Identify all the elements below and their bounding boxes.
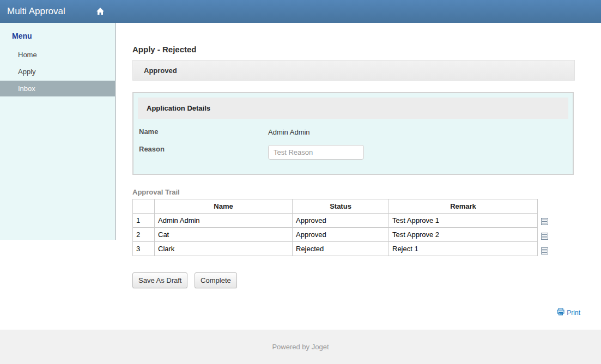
page-title: Apply - Rejected (132, 45, 575, 54)
table-row: 3 Clark Rejected Reject 1 (133, 242, 538, 256)
row-detail-icon[interactable] (541, 214, 548, 229)
row-remark-cell: Test Approve 2 (389, 228, 538, 242)
col-header-status: Status (293, 199, 389, 214)
approval-trail: Name Status Remark 1 Admin Admin Approve… (132, 199, 575, 258)
main-content: Apply - Rejected Approved Application De… (132, 23, 575, 317)
row-name-cell: Cat (155, 228, 293, 242)
approval-trail-table: Name Status Remark 1 Admin Admin Approve… (132, 199, 538, 256)
col-header-num (133, 199, 155, 214)
row-status-cell: Approved (293, 214, 389, 228)
row-status-cell: Rejected (293, 242, 389, 256)
menu-title: Menu (0, 23, 115, 47)
section-title: Application Details (138, 98, 568, 119)
sidebar-item-inbox[interactable]: Inbox (0, 81, 115, 96)
row-name-cell: Admin Admin (155, 214, 293, 228)
application-details-panel: Application Details Name Admin Admin Rea… (132, 92, 574, 175)
row-name-cell: Clark (155, 242, 293, 256)
table-header-row: Name Status Remark (133, 199, 538, 214)
print-link[interactable]: Print (557, 308, 580, 317)
complete-button[interactable]: Complete (195, 272, 237, 288)
row-num-cell: 2 (133, 228, 155, 242)
row-detail-icon[interactable] (541, 244, 548, 258)
print-row: Print (132, 308, 580, 317)
sidebar-item-apply[interactable]: Apply (0, 64, 115, 80)
home-icon[interactable] (96, 7, 105, 17)
row-num-cell: 3 (133, 242, 155, 256)
footer-text: Powered by Joget (272, 343, 329, 351)
app-title: Multi Approval (0, 0, 65, 23)
table-row: 1 Admin Admin Approved Test Approve 1 (133, 214, 538, 228)
col-header-name: Name (155, 199, 293, 214)
sidebar: Menu Home Apply Inbox (0, 23, 116, 240)
page-footer: Powered by Joget (0, 330, 601, 364)
col-header-remark: Remark (389, 199, 538, 214)
reason-field-label: Reason (139, 145, 268, 160)
row-remark-cell: Reject 1 (389, 242, 538, 256)
row-num-cell: 1 (133, 214, 155, 228)
table-row: 2 Cat Approved Test Approve 2 (133, 228, 538, 242)
row-status-cell: Approved (293, 228, 389, 242)
print-link-label: Print (567, 309, 580, 317)
row-detail-icon[interactable] (541, 229, 548, 244)
row-remark-cell: Test Approve 1 (389, 214, 538, 228)
row-detail-icons (541, 199, 548, 258)
status-bar: Approved (132, 60, 575, 81)
sidebar-item-home[interactable]: Home (0, 47, 115, 63)
approval-trail-title: Approval Trail (132, 188, 575, 196)
form-buttons: Save As Draft Complete (132, 272, 575, 288)
save-as-draft-button[interactable]: Save As Draft (132, 272, 187, 288)
name-field-value: Admin Admin (268, 128, 310, 136)
printer-icon (557, 308, 564, 317)
name-field-label: Name (139, 128, 268, 136)
reason-input[interactable] (268, 145, 364, 160)
reason-field-row: Reason (138, 145, 568, 160)
app-header: Multi Approval (0, 0, 601, 23)
name-field-row: Name Admin Admin (138, 128, 568, 136)
